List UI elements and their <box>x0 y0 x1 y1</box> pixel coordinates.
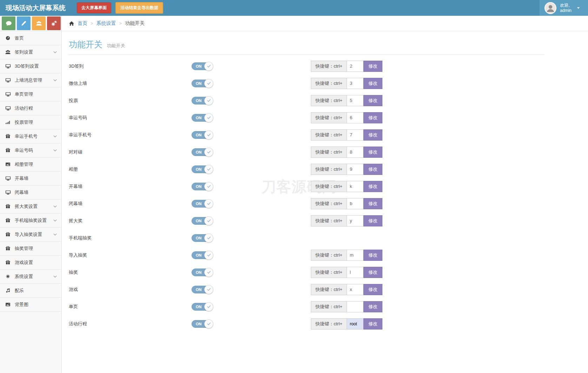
modify-button[interactable]: 修改 <box>363 61 382 72</box>
users-icon <box>36 20 42 27</box>
users-quick-button[interactable] <box>32 16 46 30</box>
sidebar-item-wall-message-management[interactable]: 上墙消息管理 <box>0 73 61 87</box>
sidebar-item-background-music[interactable]: 配乐 <box>0 284 61 298</box>
modify-button[interactable]: 修改 <box>363 112 382 123</box>
modify-button[interactable]: 修改 <box>363 198 382 209</box>
feature-toggle[interactable]: ON <box>192 199 213 208</box>
shortcut-key-input[interactable] <box>347 198 363 209</box>
modify-button[interactable]: 修改 <box>363 129 382 141</box>
sidebar-item-vote-management[interactable]: 投票管理 <box>0 115 61 129</box>
go-big-screen-button[interactable]: 去大屏幕界面 <box>77 2 111 13</box>
feature-toggle[interactable]: ON <box>192 96 213 105</box>
sidebar-item-event-schedule[interactable]: 活动行程 <box>0 101 61 115</box>
sidebar-item-closing-wall[interactable]: 闭幕墙 <box>0 185 61 199</box>
shortcut-key-input[interactable] <box>347 250 363 261</box>
feature-toggle[interactable]: ON <box>192 251 213 260</box>
sidebar-item-label: 抽奖管理 <box>15 245 57 252</box>
shortcut-key-input[interactable] <box>347 78 363 89</box>
shortcut-addon-label: 快捷键：ctrl+ <box>311 61 347 72</box>
shortcut-key-input[interactable] <box>347 284 363 295</box>
feature-toggle[interactable]: ON <box>192 268 213 277</box>
shortcut-key-input[interactable] <box>347 215 363 226</box>
export-data-button[interactable]: 活动结束去导出数据 <box>115 2 163 14</box>
chat-icon <box>6 20 12 27</box>
modify-button[interactable]: 修改 <box>363 284 382 295</box>
shortcut-key-input[interactable] <box>347 95 363 106</box>
sidebar-item-signin-settings[interactable]: 签到设置 <box>0 45 61 59</box>
modify-button[interactable]: 修改 <box>363 215 382 226</box>
breadcrumb-home[interactable]: 首页 <box>78 20 87 27</box>
feature-toggle[interactable]: ON <box>192 165 213 174</box>
sidebar-item-album-management[interactable]: 相册管理 <box>0 157 61 171</box>
shortcut-group: 快捷键：ctrl+修改 <box>311 61 382 72</box>
modify-button[interactable]: 修改 <box>363 147 382 158</box>
shortcut-key-input[interactable] <box>347 112 363 123</box>
sidebar-item-label: 闭幕墙 <box>15 189 57 196</box>
gift-icon <box>5 134 11 139</box>
modify-button[interactable]: 修改 <box>363 250 382 261</box>
feature-toggle[interactable]: ON <box>192 130 213 140</box>
sidebar-item-label: 手机端抽奖设置 <box>15 217 49 224</box>
shortcut-key-input[interactable] <box>347 301 363 312</box>
shortcut-key-input[interactable] <box>347 129 363 141</box>
shortcut-addon-label: 快捷键：ctrl+ <box>311 198 347 209</box>
sidebar-item-lottery-management[interactable]: 抽奖管理 <box>0 242 61 256</box>
shortcut-group: 快捷键：ctrl+修改 <box>311 250 382 261</box>
sidebar-item-3d-signin-settings[interactable]: 3D签到设置 <box>0 59 61 73</box>
toggle-check-icon <box>204 165 213 174</box>
feature-toggle[interactable]: ON <box>192 148 213 157</box>
sidebar-item-game-settings[interactable]: 游戏设置 <box>0 256 61 270</box>
gears-quick-button[interactable] <box>47 16 61 30</box>
sidebar-item-lucky-phone-number[interactable]: 幸运手机号 <box>0 129 61 143</box>
shortcut-key-input[interactable] <box>347 147 363 158</box>
toggle-check-icon <box>204 79 213 88</box>
pencil-quick-button[interactable] <box>17 16 31 30</box>
sidebar-item-label: 系统设置 <box>15 273 49 280</box>
user-menu[interactable]: 欢迎, admin <box>540 0 588 16</box>
sidebar-item-single-page-management[interactable]: 单页管理 <box>0 87 61 101</box>
shortcut-key-input[interactable] <box>347 164 363 175</box>
modify-button[interactable]: 修改 <box>363 78 382 89</box>
modify-button[interactable]: 修改 <box>363 301 382 312</box>
shortcut-key-input[interactable] <box>347 61 363 72</box>
sidebar-item-lucky-number[interactable]: 幸运号码 <box>0 143 61 157</box>
gift-icon <box>5 232 11 237</box>
feature-toggle[interactable]: ON <box>192 302 213 311</box>
feature-toggle[interactable]: ON <box>192 182 213 191</box>
sidebar-item-background-image[interactable]: 背景图 <box>0 298 61 312</box>
shortcut-key-input[interactable] <box>347 181 363 192</box>
sidebar-item-import-lottery-settings[interactable]: 导入抽奖设置 <box>0 228 61 242</box>
shortcut-key-input[interactable] <box>347 267 363 278</box>
shortcut-group: 快捷键：ctrl+修改 <box>311 215 382 226</box>
sidebar-item-shake-prize-settings[interactable]: 摇大奖设置 <box>0 199 61 213</box>
sidebar-item-mobile-lottery-settings[interactable]: 手机端抽奖设置 <box>0 213 61 228</box>
sidebar-item-system-settings[interactable]: 系统设置 <box>0 270 61 284</box>
breadcrumb-section[interactable]: 系统设置 <box>96 20 116 27</box>
modify-button[interactable]: 修改 <box>363 181 382 192</box>
feature-toggle[interactable]: ON <box>192 285 213 294</box>
feature-label: 手机端抽奖 <box>69 235 192 241</box>
music-icon <box>5 288 11 293</box>
feature-label: 微信上墙 <box>69 80 192 87</box>
feature-toggle[interactable]: ON <box>192 216 213 225</box>
feature-label: 对对碰 <box>69 149 192 155</box>
modify-button[interactable]: 修改 <box>363 164 382 175</box>
feature-toggle[interactable]: ON <box>192 79 213 88</box>
quick-buttons <box>0 16 62 31</box>
modify-button[interactable]: 修改 <box>363 95 382 106</box>
modify-button[interactable]: 修改 <box>363 267 382 278</box>
feature-label: 导入抽奖 <box>69 252 192 258</box>
chat-quick-button[interactable] <box>2 16 15 30</box>
shortcut-key-input[interactable] <box>347 318 363 330</box>
feature-toggle[interactable]: ON <box>192 233 213 243</box>
sidebar-item-label: 首页 <box>15 35 57 41</box>
shortcut-group: 快捷键：ctrl+修改 <box>311 95 382 106</box>
feature-label: 游戏 <box>69 286 192 293</box>
feature-row-event-schedule: 活动行程ON快捷键：ctrl+修改 <box>69 315 544 332</box>
sidebar-item-home[interactable]: 首页 <box>0 31 61 45</box>
feature-toggle[interactable]: ON <box>192 62 213 71</box>
modify-button[interactable]: 修改 <box>363 318 382 330</box>
sidebar-item-opening-wall[interactable]: 开幕墙 <box>0 171 61 185</box>
feature-toggle[interactable]: ON <box>192 113 213 122</box>
feature-toggle[interactable]: ON <box>192 319 213 328</box>
